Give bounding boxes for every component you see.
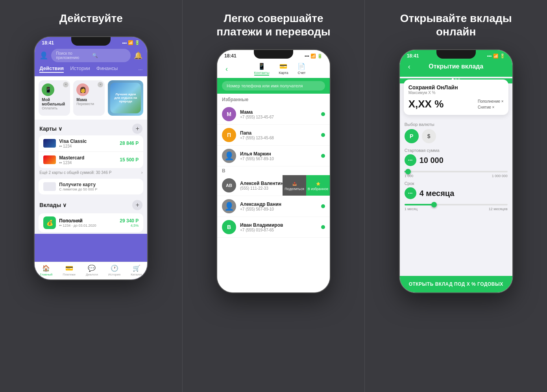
phone-2: 18:41 ▪▪▪ 📶 🔋 ‹ 📱 Контакты xyxy=(216,49,331,293)
alexander-dot xyxy=(321,204,325,208)
close-mama[interactable]: × xyxy=(98,82,103,87)
deposits-section-header: Вклады ∨ + xyxy=(35,196,147,212)
battery-icon: 🔋 xyxy=(135,40,140,45)
amount-dots-btn[interactable]: ··· xyxy=(405,154,416,166)
top-row: 👤 Поиск по приложению 🔍 🔔 xyxy=(35,47,147,64)
term-slider-track[interactable] xyxy=(405,204,508,205)
contacts-list: Избранные М Мама +7 (555) 123-45-67 П xyxy=(217,94,330,238)
phone-1: 18:41 ▪▪▪ 📶 🔋 👤 Поиск по приложению 🔍 🔔 xyxy=(34,36,148,280)
wifi-icon-2: 📶 xyxy=(310,54,316,59)
action-card-mobile[interactable]: × 📱 Мой мобильный Оплатить xyxy=(39,80,70,116)
nav-tab-actions[interactable]: Действия xyxy=(39,65,64,73)
alexander-info: Александр Ванин +7 (555) 567-89-10 xyxy=(240,202,321,211)
status-icons-1: ▪▪▪ 📶 🔋 xyxy=(122,40,140,45)
add-deposit-btn[interactable]: + xyxy=(132,200,142,210)
share-label: Поделиться xyxy=(285,187,304,191)
nav-tab-more[interactable]: ... xyxy=(138,65,142,73)
more-cards-arrow: › xyxy=(141,170,142,175)
amount-slider-track[interactable] xyxy=(405,171,508,172)
contact-alexander[interactable]: 👤 Александр Ванин +7 (555) 567-89-10 xyxy=(217,196,330,217)
get-card-icon xyxy=(43,182,56,191)
contact-ilya[interactable]: 👤 Илья Маркин +7 (555) 567-89-10 xyxy=(217,146,330,166)
ilya-contact-phone: +7 (555) 567-89-10 xyxy=(240,157,321,161)
term-dots-btn[interactable]: ··· xyxy=(405,187,416,199)
currency-usd[interactable]: $ xyxy=(422,129,436,143)
nav-tab-finance[interactable]: Финансы xyxy=(96,65,118,73)
time-3: 18:41 xyxy=(407,53,419,59)
dialogs-tab-icon: 💬 xyxy=(88,264,96,272)
get-card-sub: С лимитом до 50 000 Р xyxy=(59,187,97,191)
bottom-tab-home[interactable]: 🏠 Главный xyxy=(40,264,52,276)
bottom-tab-dialogs[interactable]: 💬 Диалоги xyxy=(86,264,98,276)
bell-icon[interactable]: 🔔 xyxy=(134,51,142,60)
mc-name: Mastercard xyxy=(59,155,120,161)
nav-account[interactable]: 📄 Счет xyxy=(298,63,305,76)
ilya-dot xyxy=(321,154,325,158)
bottom-tab-payments[interactable]: 💳 Платежи xyxy=(63,264,75,276)
ivan-avatar: В xyxy=(222,220,236,234)
mobile-name: Мой мобильный xyxy=(42,98,73,106)
wifi-icon: 📶 xyxy=(128,40,133,45)
cta-button[interactable]: ОТКРЫТЬ ВКЛАД ПОД X % ГОДОВЫХ xyxy=(400,276,512,292)
mama-dot xyxy=(321,112,325,116)
rate-option-fill: Пополнение × xyxy=(478,99,504,104)
mc-card-info: Mastercard •• 1234 xyxy=(59,155,120,165)
back-btn-2[interactable]: ‹ xyxy=(222,65,231,74)
cards-section-header: Карты ∨ + xyxy=(35,120,147,135)
favorites-section-title: Избранные xyxy=(217,94,330,104)
nav-contacts[interactable]: 📱 Контакты xyxy=(254,63,270,76)
action-card-image[interactable]: Лучшие идеи для отдыха на природе xyxy=(108,80,143,116)
big-rate: X,XX % xyxy=(408,98,444,110)
get-card-info: Получите карту С лимитом до 50 000 Р xyxy=(59,182,97,191)
contact-ivan[interactable]: В Иван Владимиров +7 (555) 019-87-65 xyxy=(217,217,330,238)
bottom-tab-catalog[interactable]: 🛒 Каталог xyxy=(131,264,142,276)
alexander-contact-name: Александр Ванин xyxy=(240,202,321,207)
deposit-info-1: Пополняй •• 1234 · до 03.01.2020 xyxy=(59,218,120,227)
papa-contact-phone: +7 (555) 123-45-68 xyxy=(240,136,321,140)
search-placeholder-2: Номер телефона или имя получателя xyxy=(227,83,303,88)
term-min: 1 месяц xyxy=(405,207,418,211)
more-cards-row[interactable]: Ещё 2 карты с общей суммой: 30 346 Р › xyxy=(35,168,147,177)
panel-1-title: Действуйте xyxy=(59,12,123,25)
search-input-2[interactable]: Номер телефона или имя получателя xyxy=(222,81,325,91)
account-icon: 📄 xyxy=(298,63,305,70)
card-row-mc[interactable]: Mastercard •• 1234 15 500 Р xyxy=(39,152,143,168)
swipe-share-btn[interactable]: 📤 Поделиться xyxy=(283,175,306,196)
contact-alexei[interactable]: АВ Алексей Валентинов (555) 111-22-33 📤 … xyxy=(217,175,330,196)
amount-slider-labels: 1 000 1 000 000 xyxy=(405,174,508,178)
amount-section: Стартовая сумма ··· 10 000 xyxy=(400,146,512,168)
payments-tab-icon: 💳 xyxy=(65,264,73,272)
term-slider-thumb[interactable] xyxy=(431,202,437,207)
visa-card-info: Visa Classic •• 1234 xyxy=(59,139,120,148)
alexander-contact-phone: +7 (555) 567-89-10 xyxy=(240,207,321,211)
contact-mama[interactable]: М Мама +7 (555) 123-45-67 xyxy=(217,104,330,125)
rate-options: Пополнение × Снятие × xyxy=(478,99,504,109)
mama-avatar: 👩 xyxy=(76,83,89,96)
mobile-icon: 📱 xyxy=(42,83,54,96)
search-bar[interactable]: Поиск по приложению 🔍 xyxy=(51,49,131,62)
deposit-row-1[interactable]: 💰 Пополняй •• 1234 · до 03.01.2020 29 34… xyxy=(39,213,143,232)
dots-icon: ··· xyxy=(408,157,413,163)
contacts-label: Контакты xyxy=(254,71,270,75)
notch-3 xyxy=(436,50,476,59)
back-btn-3[interactable]: ‹ xyxy=(405,62,414,71)
nav-icons-2: 📱 Контакты 💳 Карта 📄 Счет xyxy=(235,63,325,76)
nav-card[interactable]: 💳 Карта xyxy=(279,63,288,76)
mc-amount: 15 500 Р xyxy=(120,157,139,163)
get-card-row[interactable]: Получите карту С лимитом до 50 000 Р xyxy=(39,179,143,194)
contact-papa[interactable]: П Папа +7 (555) 123-45-68 xyxy=(217,125,330,146)
avatar-icon[interactable]: 👤 xyxy=(39,51,48,60)
fav-label: В избранное xyxy=(308,187,329,191)
swipe-fav-btn[interactable]: ⭐ В избранное xyxy=(306,175,330,196)
visa-card-icon xyxy=(43,139,56,148)
amount-slider-thumb[interactable] xyxy=(405,169,411,174)
phone-2-screen: 18:41 ▪▪▪ 📶 🔋 ‹ 📱 Контакты xyxy=(217,50,330,292)
amount-min: 1 000 xyxy=(405,174,414,178)
nav-tab-history[interactable]: Истории xyxy=(70,65,90,73)
currency-rub[interactable]: Р xyxy=(405,129,419,143)
add-card-btn[interactable]: + xyxy=(132,124,142,134)
search-section-2: Номер телефона или имя получателя xyxy=(217,78,330,94)
action-card-mama[interactable]: × 👩 Мама Перевести xyxy=(73,80,105,116)
card-row-visa[interactable]: Visa Classic •• 1234 28 846 Р xyxy=(39,135,143,152)
bottom-tab-history[interactable]: 🕐 История xyxy=(108,264,120,276)
